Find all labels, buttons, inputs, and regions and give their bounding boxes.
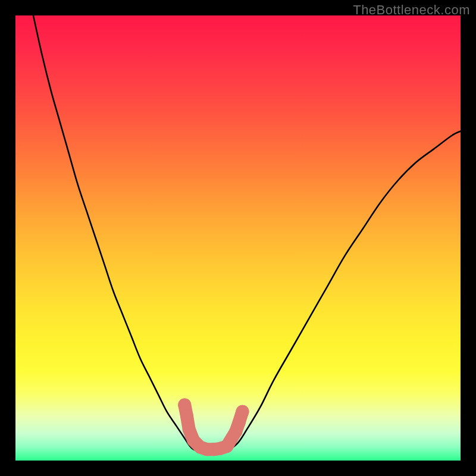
chart-markers (178, 399, 249, 456)
marker-dot (183, 423, 196, 436)
marker-dot (236, 405, 249, 418)
marker-dot (180, 409, 193, 422)
chart-svg (15, 15, 461, 461)
marker-dot (232, 416, 245, 429)
watermark-text: TheBottleneck.com (353, 2, 470, 18)
chart-frame: TheBottleneck.com (0, 0, 476, 476)
chart-plot-area (15, 15, 461, 461)
marker-dot (178, 399, 191, 412)
marker-dot (220, 440, 233, 453)
chart-curves (33, 15, 461, 452)
bottleneck-curve (33, 15, 461, 452)
